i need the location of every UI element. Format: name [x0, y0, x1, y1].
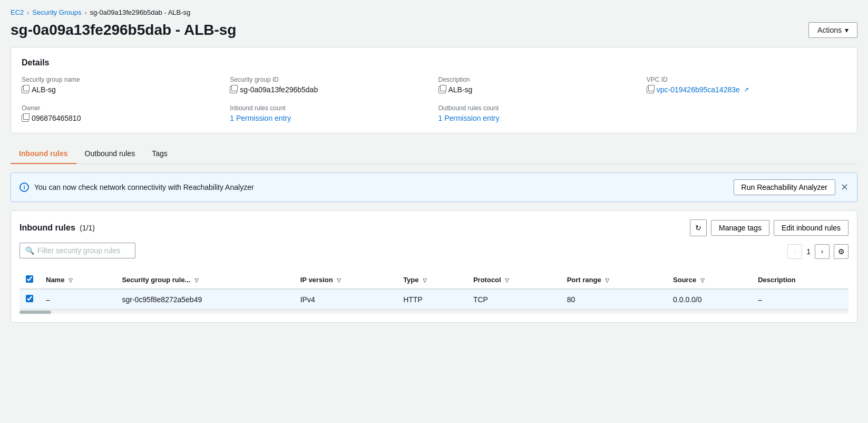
page-title: sg-0a09a13fe296b5dab - ALB-sg: [11, 22, 236, 39]
breadcrumb-sep1: ›: [27, 9, 29, 16]
detail-inbound-count-label: Inbound rules count: [230, 104, 430, 112]
gear-icon: ⚙: [838, 247, 845, 256]
detail-inbound-count-value[interactable]: 1 Permission entry: [230, 114, 430, 122]
rules-title: Inbound rules (1/1): [19, 223, 95, 233]
actions-label: Actions: [817, 26, 842, 34]
manage-tags-button[interactable]: Manage tags: [711, 220, 769, 236]
detail-description: Description ALB-sg: [438, 76, 638, 94]
table-wrapper: Name ▽ Security group rule... ▽ IP versi…: [19, 271, 849, 314]
select-all-checkbox[interactable]: [26, 275, 33, 283]
row-checkbox-cell: [19, 289, 40, 310]
tab-inbound-rules[interactable]: Inbound rules: [11, 144, 76, 164]
detail-description-value: ALB-sg: [438, 85, 638, 94]
horizontal-scrollbar[interactable]: [19, 310, 849, 314]
detail-outbound-count-value[interactable]: 1 Permission entry: [438, 114, 638, 122]
next-page-button[interactable]: ›: [815, 244, 830, 259]
info-icon: i: [19, 182, 29, 192]
banner-close-button[interactable]: ✕: [841, 182, 849, 192]
cell-port-range-0: 80: [561, 289, 667, 310]
refresh-icon: ↻: [695, 224, 701, 232]
inbound-rules-section: Inbound rules (1/1) ↻ Manage tags Edit i…: [11, 210, 857, 323]
info-banner: i You can now check network connectivity…: [11, 172, 857, 202]
search-bar[interactable]: 🔍: [19, 243, 135, 258]
copy-icon-sg-name[interactable]: [22, 86, 29, 93]
table-header-row: Name ▽ Security group rule... ▽ IP versi…: [19, 271, 849, 289]
col-sg-rule: Security group rule... ▽: [115, 271, 294, 289]
cell-source-0: 0.0.0.0/0: [667, 289, 752, 310]
detail-security-group-name-label: Security group name: [22, 76, 221, 83]
detail-security-group-id-value: sg-0a09a13fe296b5dab: [230, 85, 430, 94]
details-title: Details: [22, 58, 846, 68]
detail-security-group-id: Security group ID sg-0a09a13fe296b5dab: [230, 76, 430, 94]
detail-security-group-name: Security group name ALB-sg: [22, 76, 221, 94]
edit-inbound-rules-button[interactable]: Edit inbound rules: [774, 220, 849, 236]
sort-source-icon[interactable]: ▽: [700, 277, 705, 283]
detail-owner: Owner 096876465810: [22, 104, 221, 122]
prev-page-button[interactable]: ‹: [787, 244, 802, 259]
detail-inbound-count: Inbound rules count 1 Permission entry: [230, 104, 430, 122]
actions-dropdown-icon: ▾: [845, 26, 849, 34]
rules-actions: ↻ Manage tags Edit inbound rules: [690, 219, 849, 236]
sort-type-icon[interactable]: ▽: [423, 277, 427, 283]
detail-security-group-id-label: Security group ID: [230, 76, 430, 83]
breadcrumb-sep2: ›: [85, 9, 87, 16]
select-all-checkbox-cell: [19, 271, 40, 289]
row-checkbox-0[interactable]: [26, 295, 33, 302]
breadcrumb-security-groups[interactable]: Security Groups: [32, 8, 81, 16]
tab-tags[interactable]: Tags: [143, 144, 176, 164]
details-card: Details Security group name ALB-sg Secur…: [11, 47, 857, 133]
external-link-icon: ↗: [744, 86, 749, 93]
cell-sg-rule-0: sgr-0c95f8e8272a5eb49: [115, 289, 294, 310]
page-header: sg-0a09a13fe296b5dab - ALB-sg Actions ▾: [11, 22, 857, 39]
sort-name-icon[interactable]: ▽: [69, 277, 73, 283]
detail-vpc-id-label: VPC ID: [647, 76, 846, 83]
copy-icon-vpc[interactable]: [647, 86, 654, 93]
col-type: Type ▽: [397, 271, 467, 289]
info-banner-right: Run Reachability Analyzer ✕: [734, 179, 849, 195]
detail-owner-label: Owner: [22, 104, 221, 112]
detail-vpc-id: VPC ID vpc-019426b95ca14283e ↗: [647, 76, 846, 94]
breadcrumb: EC2 › Security Groups › sg-0a09a13fe296b…: [11, 8, 857, 16]
sort-sg-rule-icon[interactable]: ▽: [194, 277, 199, 283]
copy-icon-desc[interactable]: [438, 86, 446, 93]
search-input[interactable]: [37, 246, 130, 255]
col-ip-version: IP version ▽: [294, 271, 397, 289]
breadcrumb-ec2[interactable]: EC2: [11, 8, 24, 16]
search-icon: 🔍: [25, 246, 34, 255]
info-banner-text: You can now check network connectivity w…: [34, 183, 254, 191]
tab-outbound-rules[interactable]: Outbound rules: [76, 144, 144, 164]
sort-port-range-icon[interactable]: ▽: [605, 277, 609, 283]
detail-description-label: Description: [438, 76, 638, 83]
rules-count: (1/1): [80, 224, 95, 232]
table-settings-button[interactable]: ⚙: [834, 244, 849, 259]
cell-type-0: HTTP: [397, 289, 467, 310]
col-source: Source ▽: [667, 271, 752, 289]
detail-outbound-count-label: Outbound rules count: [438, 104, 638, 112]
col-description: Description: [752, 271, 849, 289]
run-reachability-analyzer-button[interactable]: Run Reachability Analyzer: [734, 179, 835, 195]
actions-button[interactable]: Actions ▾: [808, 22, 857, 38]
refresh-button[interactable]: ↻: [690, 219, 707, 236]
table-row: – sgr-0c95f8e8272a5eb49 IPv4 HTTP TCP 80…: [19, 289, 849, 310]
col-name: Name ▽: [40, 271, 115, 289]
pagination-row: ‹ 1 › ⚙: [787, 244, 849, 259]
cell-description-0: –: [752, 289, 849, 310]
rules-header: Inbound rules (1/1) ↻ Manage tags Edit i…: [19, 219, 849, 236]
sort-protocol-icon[interactable]: ▽: [505, 277, 509, 283]
page-number: 1: [806, 247, 811, 256]
info-banner-left: i You can now check network connectivity…: [19, 182, 254, 192]
inbound-rules-table: Name ▽ Security group rule... ▽ IP versi…: [19, 271, 849, 310]
details-grid: Security group name ALB-sg Security grou…: [22, 76, 846, 122]
breadcrumb-current: sg-0a09a13fe296b5dab - ALB-sg: [90, 8, 191, 16]
copy-icon-sg-id[interactable]: [230, 86, 237, 93]
detail-outbound-count: Outbound rules count 1 Permission entry: [438, 104, 638, 122]
detail-vpc-id-value[interactable]: vpc-019426b95ca14283e ↗: [647, 85, 846, 94]
sort-ip-version-icon[interactable]: ▽: [337, 277, 341, 283]
cell-protocol-0: TCP: [467, 289, 561, 310]
detail-owner-value: 096876465810: [22, 114, 221, 122]
copy-icon-owner[interactable]: [22, 114, 29, 122]
cell-ip-version-0: IPv4: [294, 289, 397, 310]
col-protocol: Protocol ▽: [467, 271, 561, 289]
cell-name-0: –: [40, 289, 115, 310]
detail-security-group-name-value: ALB-sg: [22, 85, 221, 94]
